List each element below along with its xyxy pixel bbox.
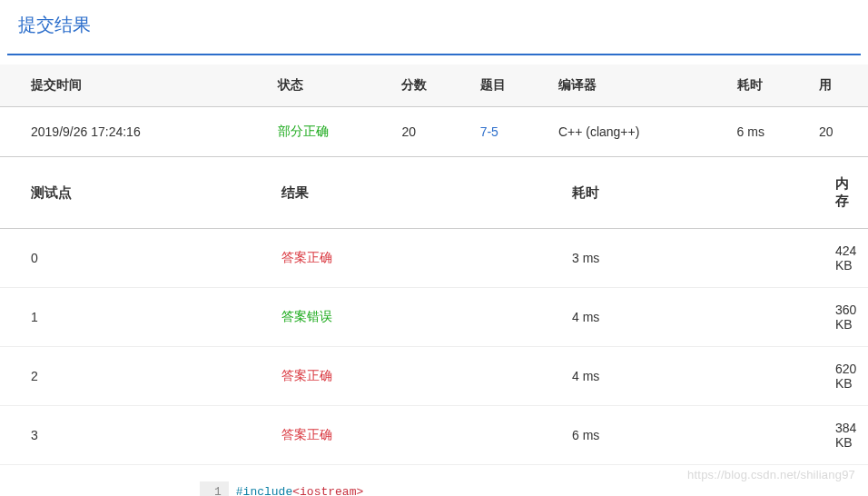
cell-memory: 384 KB — [826, 406, 868, 465]
cell-result: 答案正确 — [272, 406, 563, 465]
cell-result: 答案错误 — [272, 288, 563, 347]
col-result: 结果 — [272, 157, 563, 229]
col-elapsed: 耗时 — [728, 64, 810, 107]
cell-status: 部分正确 — [269, 107, 393, 157]
cell-memory: 620 KB — [826, 347, 868, 406]
cell-elapsed: 6 ms — [728, 107, 810, 157]
title-divider — [7, 54, 861, 55]
cell-submit-time: 2019/9/26 17:24:16 — [0, 107, 269, 157]
code-gutter: 1234 — [200, 481, 229, 496]
summary-header-row: 提交时间 状态 分数 题目 编译器 耗时 用 — [0, 64, 868, 107]
cell-time: 4 ms — [563, 288, 826, 347]
table-row: 3答案正确6 ms384 KB — [0, 406, 868, 465]
col-problem: 题目 — [471, 64, 549, 107]
cell-score: 20 — [392, 107, 470, 157]
cell-testpoint: 1 — [0, 288, 272, 347]
summary-row: 2019/9/26 17:24:16 部分正确 20 7-5 C++ (clan… — [0, 107, 868, 157]
line-number: 1 — [214, 483, 222, 496]
code-block: 1234 #include<iostream>#include<algorith… — [200, 481, 385, 496]
col-status: 状态 — [269, 64, 393, 107]
code-line: #include<iostream> — [236, 483, 378, 496]
submission-summary-table: 提交时间 状态 分数 题目 编译器 耗时 用 2019/9/26 17:24:1… — [0, 64, 868, 157]
table-row: 2答案正确4 ms620 KB — [0, 347, 868, 406]
col-testpoint: 测试点 — [0, 157, 272, 229]
code-label: 代码 — [0, 481, 200, 496]
testpoint-table: 测试点 结果 耗时 内存 0答案正确3 ms424 KB1答案错误4 ms360… — [0, 157, 868, 465]
testpoint-header-row: 测试点 结果 耗时 内存 — [0, 157, 868, 229]
col-memory: 用 — [810, 64, 868, 107]
cell-problem-link[interactable]: 7-5 — [471, 107, 549, 157]
cell-time: 4 ms — [563, 347, 826, 406]
col-memory: 内存 — [826, 157, 868, 229]
page-title: 提交结果 — [0, 0, 868, 54]
code-token: <iostream> — [292, 485, 363, 496]
col-score: 分数 — [392, 64, 470, 107]
col-compiler: 编译器 — [549, 64, 728, 107]
code-token: #include — [236, 485, 292, 496]
cell-testpoint: 2 — [0, 347, 272, 406]
table-row: 1答案错误4 ms360 KB — [0, 288, 868, 347]
cell-time: 6 ms — [563, 406, 826, 465]
cell-result: 答案正确 — [272, 347, 563, 406]
cell-memory: 20 — [810, 107, 868, 157]
cell-memory: 424 KB — [826, 229, 868, 288]
code-section: 代码 1234 #include<iostream>#include<algor… — [0, 481, 868, 496]
table-row: 0答案正确3 ms424 KB — [0, 229, 868, 288]
cell-memory: 360 KB — [826, 288, 868, 347]
code-lines: #include<iostream>#include<algorithm>#in… — [229, 481, 385, 496]
col-submit-time: 提交时间 — [0, 64, 269, 107]
cell-testpoint: 0 — [0, 229, 272, 288]
cell-compiler: C++ (clang++) — [549, 107, 728, 157]
cell-time: 3 ms — [563, 229, 826, 288]
watermark: https://blog.csdn.net/shiliang97 — [687, 468, 855, 481]
cell-testpoint: 3 — [0, 406, 272, 465]
col-time: 耗时 — [563, 157, 826, 229]
cell-result: 答案正确 — [272, 229, 563, 288]
